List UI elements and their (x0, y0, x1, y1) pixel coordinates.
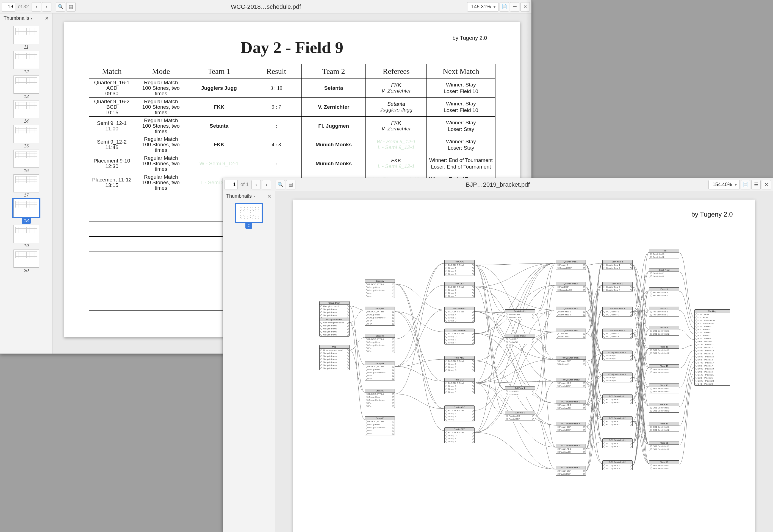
bracket-node: PO Quarter-final 1Frosch DEFNot-Last 1 (555, 356, 586, 366)
fit-page-button[interactable]: 📄 (741, 180, 750, 189)
node-row: Group E (445, 388, 474, 391)
thumbnail-preview (13, 225, 39, 243)
node-row: Loser QF4 (603, 379, 632, 382)
bracket-node: Place 21BO1 Semi-final 1BO1 Semi-final 2 (649, 441, 679, 451)
bracket-node: Place 9BO1 Semi-final 1BO1 Semi-final 2 (649, 326, 679, 336)
bracket-node: Group ScheduleAnd emergence usedNot yet … (319, 318, 350, 337)
prev-page-button[interactable]: ‹ (32, 2, 41, 12)
node-row: Group Head (365, 313, 395, 316)
node-title: SO1 Semi-final 2 (603, 461, 632, 464)
node-row: Semi-final 1 (649, 253, 679, 256)
cell-team2: V. Zernichter (302, 97, 366, 116)
page-number-input[interactable] (2, 2, 15, 12)
table-row: Quarter 9_16-2 BCD10:15Regular Match100 … (89, 97, 495, 116)
node-row: Frosch DEF (556, 425, 586, 429)
menu-button[interactable]: ☰ (510, 2, 519, 12)
node-row: Group Contender (365, 344, 395, 347)
sidebar-icon: ▤ (289, 182, 293, 187)
node-row: BO1 Semi-final 1 (649, 349, 679, 352)
node-title: Place 17 (649, 403, 679, 406)
thumbnail[interactable]: 18 (13, 199, 40, 224)
node-row: Third ABC (556, 332, 586, 335)
thumbnail[interactable]: 20 (13, 250, 40, 273)
node-row: PO7 Semi-final 2 (649, 390, 679, 393)
cell-team2: Setanta (302, 79, 366, 98)
chevron-down-icon[interactable]: ▾ (31, 16, 32, 20)
node-row: Group Head (365, 423, 395, 426)
search-button[interactable]: 🔍 (56, 2, 65, 12)
node-row: BLOOD, PIT-tail (445, 382, 474, 385)
node-title: Place 15 (649, 384, 679, 387)
sidebar-close-button[interactable]: ✕ (45, 15, 49, 21)
node-row: BLOOD, PIT-tail (365, 283, 395, 286)
next-page-button[interactable]: › (262, 180, 271, 189)
node-title: Ranking (695, 310, 730, 313)
node-row: Semi-final 2 (556, 313, 586, 316)
thumbnail[interactable]: 11 (13, 26, 40, 50)
node-title: Quarter-final 1 (556, 260, 586, 264)
next-page-button[interactable]: › (42, 2, 51, 12)
byline: by Tugeny 2.0 (453, 35, 487, 41)
thumbnail-preview (236, 204, 262, 222)
node-row: Quarter-final 4 (603, 289, 632, 292)
chevron-down-icon: ▾ (735, 183, 737, 187)
cell-match: Quarter 9_16-1 ACD09:30 (89, 79, 135, 98)
node-row: Group A (445, 313, 474, 316)
sidebar-toggle-button[interactable]: ▤ (66, 2, 76, 12)
cell-result: : (251, 116, 302, 135)
sidebar-icon: ▤ (69, 4, 73, 10)
bracket-node: BO1 Quarter-final 2Frosch DEFFourth DEF (555, 466, 586, 476)
node-title: Third DEF (445, 378, 474, 382)
zoom-dropdown[interactable]: 154.40% ▾ (708, 180, 740, 189)
thumbnail[interactable]: 1 (235, 204, 263, 229)
sidebar-close-button[interactable]: ✕ (267, 193, 272, 199)
rank-row: 21 W - Place 21 (695, 373, 730, 376)
node-row: Group E (445, 338, 474, 341)
rank-row: 22 L - Place 21 (695, 376, 730, 379)
node-row: First DEF (556, 285, 586, 289)
thumbnail[interactable]: 19 (13, 225, 40, 248)
thumbnail[interactable]: 12 (13, 51, 40, 74)
node-row: BO1 Quarter 2 (603, 401, 632, 404)
cell-team2: Munich Monks (302, 135, 366, 154)
node-row: Group C (445, 369, 474, 372)
node-title: SubFinal 2 (505, 411, 535, 415)
column-header: Result (251, 64, 302, 79)
search-button[interactable]: 🔍 (276, 180, 285, 189)
bracket-node: Group CBLOOD, PIT-tailGroup HeadGroup Co… (365, 334, 395, 353)
menu-button[interactable]: ☰ (751, 180, 761, 189)
prev-page-button[interactable]: ‹ (252, 180, 261, 189)
fit-page-button[interactable]: 📄 (499, 2, 509, 12)
node-title: Fourth ABC (445, 406, 474, 409)
node-row: Fun (365, 350, 395, 353)
node-row: Loser QF1 (603, 354, 632, 357)
node-row: Fun (365, 295, 395, 298)
node-row: BLOOD, PIT-tail (365, 310, 395, 313)
node-title: Place 9 (649, 326, 679, 329)
node-row: BLOOD, PIT-tail (445, 285, 474, 289)
cell-next: Winner: StayLoser: Stay (427, 116, 495, 135)
cell-team1: Jugglers Jugg (187, 79, 251, 98)
node-row: Fun (365, 405, 395, 408)
thumbnail-preview (13, 26, 39, 44)
page-canvas[interactable]: by Tugeny 2.0 Group DrawAborigines needN… (275, 191, 773, 532)
node-row: Frosch E (556, 264, 586, 267)
page-icon: 📄 (743, 182, 749, 187)
close-button[interactable]: ✕ (762, 180, 771, 189)
page-of-label: of 32 (16, 4, 30, 10)
thumbnail[interactable]: 14 (13, 100, 40, 124)
node-row: Group D (445, 385, 474, 388)
sidebar-toggle-button[interactable]: ▤ (286, 180, 295, 189)
thumbnail[interactable]: 16 (13, 150, 40, 173)
thumbnail[interactable]: 17 (13, 174, 40, 198)
chevron-down-icon[interactable]: ▾ (253, 194, 255, 198)
thumbnail[interactable]: 13 (13, 75, 40, 99)
page-number-input[interactable] (225, 180, 238, 189)
close-button[interactable]: ✕ (520, 2, 530, 12)
zoom-dropdown[interactable]: 145.31% ▾ (467, 2, 498, 12)
thumbnail[interactable]: 15 (13, 125, 40, 149)
bracket-node: First ABCBLOOD, PIT-tailGroup AGroup BGr… (444, 260, 474, 276)
thumbnail-number: 18 (22, 218, 31, 224)
node-row: Group B (445, 270, 474, 273)
bracket-node: Third DEFBLOOD, PIT-tailGroup DGroup EGr… (444, 378, 474, 394)
